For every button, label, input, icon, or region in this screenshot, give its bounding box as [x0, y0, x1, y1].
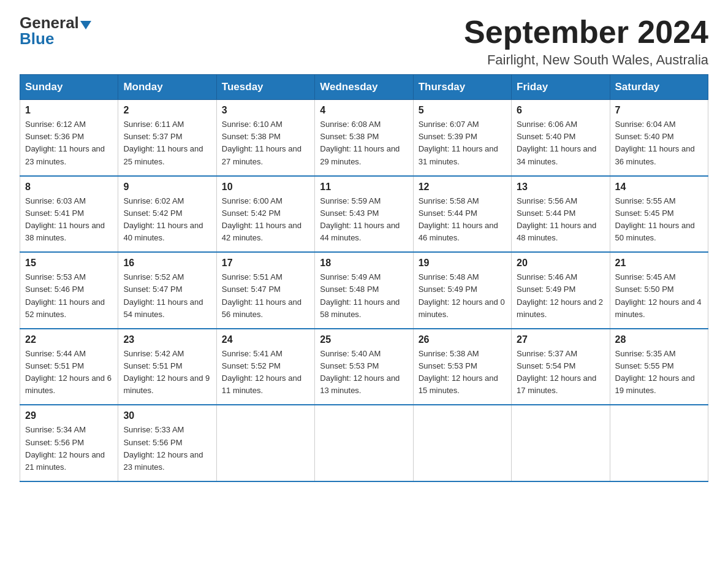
day-info: Sunrise: 5:37 AMSunset: 5:54 PMDaylight:…: [517, 348, 604, 397]
day-number: 27: [517, 334, 604, 345]
calendar-day-cell: 16Sunrise: 5:52 AMSunset: 5:47 PMDayligh…: [118, 252, 216, 329]
day-info: Sunrise: 5:35 AMSunset: 5:55 PMDaylight:…: [615, 348, 703, 397]
day-number: 2: [123, 105, 211, 116]
day-info: Sunrise: 6:00 AMSunset: 5:42 PMDaylight:…: [222, 195, 309, 245]
day-number: 7: [615, 105, 703, 116]
calendar-day-cell: 9Sunrise: 6:02 AMSunset: 5:42 PMDaylight…: [118, 176, 216, 253]
weekday-header-tuesday: Tuesday: [216, 75, 314, 100]
day-number: 10: [222, 182, 309, 193]
day-number: 26: [419, 334, 506, 345]
calendar-day-cell: 18Sunrise: 5:49 AMSunset: 5:48 PMDayligh…: [315, 252, 413, 329]
day-info: Sunrise: 5:33 AMSunset: 5:56 PMDaylight:…: [123, 424, 211, 473]
day-number: 23: [123, 334, 211, 345]
calendar-day-cell: 23Sunrise: 5:42 AMSunset: 5:51 PMDayligh…: [118, 329, 216, 405]
day-info: Sunrise: 6:10 AMSunset: 5:38 PMDaylight:…: [222, 118, 309, 168]
calendar-table: SundayMondayTuesdayWednesdayThursdayFrid…: [20, 74, 708, 482]
day-info: Sunrise: 5:55 AMSunset: 5:45 PMDaylight:…: [615, 195, 703, 245]
weekday-header-friday: Friday: [512, 75, 610, 100]
calendar-day-cell: 30Sunrise: 5:33 AMSunset: 5:56 PMDayligh…: [118, 405, 216, 481]
day-number: 30: [123, 410, 211, 421]
day-info: Sunrise: 5:45 AMSunset: 5:50 PMDaylight:…: [615, 271, 703, 321]
calendar-day-cell: 21Sunrise: 5:45 AMSunset: 5:50 PMDayligh…: [610, 252, 708, 329]
calendar-day-cell: 3Sunrise: 6:10 AMSunset: 5:38 PMDaylight…: [216, 100, 314, 176]
day-info: Sunrise: 5:38 AMSunset: 5:53 PMDaylight:…: [419, 348, 506, 397]
weekday-header-saturday: Saturday: [610, 75, 708, 100]
title-area: September 2024 Fairlight, New South Wale…: [464, 15, 708, 68]
calendar-day-cell: 17Sunrise: 5:51 AMSunset: 5:47 PMDayligh…: [216, 252, 314, 329]
calendar-day-cell: [512, 405, 610, 481]
day-number: 20: [517, 258, 604, 269]
calendar-week-row: 8Sunrise: 6:03 AMSunset: 5:41 PMDaylight…: [20, 176, 708, 253]
calendar-week-row: 15Sunrise: 5:53 AMSunset: 5:46 PMDayligh…: [20, 252, 708, 329]
day-number: 8: [25, 182, 113, 193]
day-number: 25: [320, 334, 408, 345]
calendar-week-row: 29Sunrise: 5:34 AMSunset: 5:56 PMDayligh…: [20, 405, 708, 481]
location-title: Fairlight, New South Wales, Australia: [464, 52, 708, 68]
day-info: Sunrise: 5:34 AMSunset: 5:56 PMDaylight:…: [25, 424, 113, 473]
logo-blue-text: Blue: [20, 31, 54, 47]
day-number: 1: [25, 105, 113, 116]
weekday-header-sunday: Sunday: [20, 75, 118, 100]
calendar-week-row: 22Sunrise: 5:44 AMSunset: 5:51 PMDayligh…: [20, 329, 708, 405]
calendar-day-cell: 14Sunrise: 5:55 AMSunset: 5:45 PMDayligh…: [610, 176, 708, 253]
day-info: Sunrise: 5:52 AMSunset: 5:47 PMDaylight:…: [123, 271, 211, 321]
calendar-day-cell: 26Sunrise: 5:38 AMSunset: 5:53 PMDayligh…: [413, 329, 511, 405]
calendar-day-cell: [315, 405, 413, 481]
day-info: Sunrise: 5:41 AMSunset: 5:52 PMDaylight:…: [222, 348, 309, 397]
day-info: Sunrise: 5:49 AMSunset: 5:48 PMDaylight:…: [320, 271, 408, 321]
calendar-day-cell: 2Sunrise: 6:11 AMSunset: 5:37 PMDaylight…: [118, 100, 216, 176]
calendar-day-cell: 15Sunrise: 5:53 AMSunset: 5:46 PMDayligh…: [20, 252, 118, 329]
day-info: Sunrise: 5:58 AMSunset: 5:44 PMDaylight:…: [419, 195, 506, 245]
day-number: 12: [419, 182, 506, 193]
day-number: 29: [25, 410, 113, 421]
calendar-day-cell: 4Sunrise: 6:08 AMSunset: 5:38 PMDaylight…: [315, 100, 413, 176]
day-number: 22: [25, 334, 113, 345]
logo: General Blue: [20, 15, 91, 47]
day-number: 4: [320, 105, 408, 116]
calendar-day-cell: 24Sunrise: 5:41 AMSunset: 5:52 PMDayligh…: [216, 329, 314, 405]
day-number: 13: [517, 182, 604, 193]
day-number: 3: [222, 105, 309, 116]
calendar-day-cell: 5Sunrise: 6:07 AMSunset: 5:39 PMDaylight…: [413, 100, 511, 176]
day-number: 19: [419, 258, 506, 269]
day-info: Sunrise: 6:11 AMSunset: 5:37 PMDaylight:…: [123, 118, 211, 168]
day-info: Sunrise: 5:59 AMSunset: 5:43 PMDaylight:…: [320, 195, 408, 245]
day-number: 28: [615, 334, 703, 345]
calendar-day-cell: 8Sunrise: 6:03 AMSunset: 5:41 PMDaylight…: [20, 176, 118, 253]
calendar-day-cell: 19Sunrise: 5:48 AMSunset: 5:49 PMDayligh…: [413, 252, 511, 329]
day-info: Sunrise: 5:44 AMSunset: 5:51 PMDaylight:…: [25, 348, 113, 397]
day-info: Sunrise: 6:03 AMSunset: 5:41 PMDaylight:…: [25, 195, 113, 245]
calendar-day-cell: 13Sunrise: 5:56 AMSunset: 5:44 PMDayligh…: [512, 176, 610, 253]
weekday-header-row: SundayMondayTuesdayWednesdayThursdayFrid…: [20, 75, 708, 100]
page-header: General Blue September 2024 Fairlight, N…: [20, 15, 708, 68]
calendar-day-cell: 7Sunrise: 6:04 AMSunset: 5:40 PMDaylight…: [610, 100, 708, 176]
day-info: Sunrise: 5:40 AMSunset: 5:53 PMDaylight:…: [320, 348, 408, 397]
calendar-day-cell: [610, 405, 708, 481]
day-number: 14: [615, 182, 703, 193]
day-info: Sunrise: 6:08 AMSunset: 5:38 PMDaylight:…: [320, 118, 408, 168]
logo-triangle-icon: [80, 21, 91, 29]
calendar-day-cell: 25Sunrise: 5:40 AMSunset: 5:53 PMDayligh…: [315, 329, 413, 405]
day-info: Sunrise: 5:46 AMSunset: 5:49 PMDaylight:…: [517, 271, 604, 321]
calendar-day-cell: 11Sunrise: 5:59 AMSunset: 5:43 PMDayligh…: [315, 176, 413, 253]
day-info: Sunrise: 5:51 AMSunset: 5:47 PMDaylight:…: [222, 271, 309, 321]
day-number: 11: [320, 182, 408, 193]
calendar-day-cell: [216, 405, 314, 481]
weekday-header-wednesday: Wednesday: [315, 75, 413, 100]
calendar-day-cell: 22Sunrise: 5:44 AMSunset: 5:51 PMDayligh…: [20, 329, 118, 405]
calendar-day-cell: 10Sunrise: 6:00 AMSunset: 5:42 PMDayligh…: [216, 176, 314, 253]
day-info: Sunrise: 6:02 AMSunset: 5:42 PMDaylight:…: [123, 195, 211, 245]
day-number: 18: [320, 258, 408, 269]
day-info: Sunrise: 5:53 AMSunset: 5:46 PMDaylight:…: [25, 271, 113, 321]
day-info: Sunrise: 6:07 AMSunset: 5:39 PMDaylight:…: [419, 118, 506, 168]
day-number: 15: [25, 258, 113, 269]
day-number: 9: [123, 182, 211, 193]
calendar-day-cell: 12Sunrise: 5:58 AMSunset: 5:44 PMDayligh…: [413, 176, 511, 253]
weekday-header-monday: Monday: [118, 75, 216, 100]
calendar-day-cell: 6Sunrise: 6:06 AMSunset: 5:40 PMDaylight…: [512, 100, 610, 176]
day-info: Sunrise: 6:04 AMSunset: 5:40 PMDaylight:…: [615, 118, 703, 168]
calendar-day-cell: 29Sunrise: 5:34 AMSunset: 5:56 PMDayligh…: [20, 405, 118, 481]
day-number: 17: [222, 258, 309, 269]
day-info: Sunrise: 5:56 AMSunset: 5:44 PMDaylight:…: [517, 195, 604, 245]
calendar-day-cell: 28Sunrise: 5:35 AMSunset: 5:55 PMDayligh…: [610, 329, 708, 405]
